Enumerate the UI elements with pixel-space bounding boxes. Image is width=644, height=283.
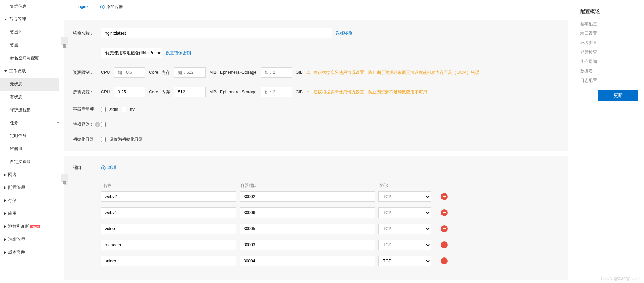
- port-number-input[interactable]: [240, 224, 375, 234]
- nav-daemonset[interactable]: 守护进程集: [0, 104, 59, 116]
- add-port-button[interactable]: 新增: [101, 165, 116, 171]
- nav-pod[interactable]: 容器组: [0, 142, 59, 155]
- nav-group-ops[interactable]: 运维管理: [0, 233, 59, 246]
- vtab-overview[interactable]: 更改详情: [61, 37, 68, 45]
- header-port: 容器端口: [238, 183, 376, 189]
- rp-item-volume[interactable]: 数据卷: [580, 68, 638, 74]
- help-icon[interactable]: ?: [95, 122, 100, 127]
- rp-item-health[interactable]: 健康检查: [580, 49, 638, 55]
- nav-stateful[interactable]: 有状态: [0, 91, 59, 104]
- eph-limit-input[interactable]: [261, 67, 292, 78]
- nav-stateless[interactable]: 无状态: [0, 78, 59, 91]
- nav-group-cost[interactable]: 成本套件: [0, 246, 59, 259]
- nav-group-workload[interactable]: 工作负载: [0, 65, 59, 78]
- mib-unit: MiB: [209, 90, 217, 94]
- svg-rect-6: [443, 261, 446, 261]
- tab-nginx[interactable]: nginx: [73, 1, 94, 13]
- nav-group-storage[interactable]: 存储: [0, 194, 59, 207]
- start-options-label: 容器启动项：: [73, 106, 101, 112]
- port-protocol-select[interactable]: TCP: [378, 240, 431, 250]
- image-input[interactable]: [101, 28, 332, 38]
- container-tabs: nginx 添加容器: [64, 0, 568, 14]
- init-container-checkbox[interactable]: [101, 137, 106, 142]
- sidebar: 集群信息 节点管理 节点池 节点 命名空间与配额 工作负载 无状态 有状态 守护…: [0, 0, 59, 283]
- init-container-label: 初始化容器：: [73, 136, 101, 142]
- remove-port-button[interactable]: [441, 257, 448, 264]
- remove-port-button[interactable]: [441, 241, 448, 248]
- remove-port-button[interactable]: [441, 225, 448, 232]
- tty-label: tty: [130, 107, 135, 112]
- tab-add-container[interactable]: 添加容器: [94, 0, 129, 13]
- set-image-secret-link[interactable]: 设置镜像密钥: [166, 50, 191, 56]
- plus-icon: [100, 5, 105, 9]
- port-name-input[interactable]: [101, 191, 236, 202]
- port-protocol-select[interactable]: TCP: [378, 191, 431, 202]
- plus-icon: [101, 165, 107, 171]
- remove-port-button[interactable]: [441, 193, 448, 200]
- tty-checkbox[interactable]: [122, 107, 126, 112]
- header-name: 名称: [101, 183, 238, 189]
- stdin-checkbox[interactable]: [101, 107, 106, 112]
- gib-unit: GiB: [296, 70, 303, 75]
- privileged-label: 特权容器： ?: [73, 121, 101, 127]
- gib-unit: GiB: [296, 90, 303, 94]
- nav-custom-res[interactable]: 自定义资源: [0, 155, 59, 168]
- rp-item-log[interactable]: 日志配置: [580, 78, 638, 84]
- pull-policy-select[interactable]: 优先使用本地镜像(IfNotPresent): [101, 48, 162, 58]
- warning-icon: ⚠: [306, 70, 310, 75]
- port-row: TCP: [101, 191, 560, 202]
- request-label: 所需资源：: [73, 89, 101, 95]
- port-protocol-select[interactable]: TCP: [378, 207, 431, 218]
- eph-label: Ephemeral-Storage: [220, 70, 256, 75]
- port-protocol-select[interactable]: TCP: [378, 224, 431, 234]
- mem-request-input[interactable]: [174, 87, 206, 97]
- port-name-input[interactable]: [101, 240, 236, 250]
- remove-port-button[interactable]: [441, 209, 448, 216]
- rp-item-lifecycle[interactable]: 生命周期: [580, 59, 638, 65]
- privileged-checkbox[interactable]: [101, 122, 106, 127]
- nav-namespace-quota[interactable]: 命名空间与配额: [0, 52, 59, 65]
- port-name-input[interactable]: [101, 224, 236, 234]
- port-number-input[interactable]: [240, 207, 375, 218]
- nav-label: 存储: [8, 198, 16, 204]
- nav-cluster-info[interactable]: 集群信息: [0, 0, 59, 13]
- cpu-label: CPU: [101, 90, 110, 94]
- cpu-limit-input[interactable]: [114, 67, 145, 78]
- nav-label: 巡检和诊断: [8, 224, 29, 229]
- port-row: TCP: [101, 240, 560, 250]
- select-image-link[interactable]: 选择镜像: [336, 30, 352, 36]
- nav-group-inspect[interactable]: 巡检和诊断NEW: [0, 220, 59, 233]
- nav-group-node-mgmt[interactable]: 节点管理: [0, 13, 59, 26]
- rp-item-env[interactable]: 环境变量: [580, 40, 638, 46]
- port-protocol-select[interactable]: TCP: [378, 256, 431, 266]
- port-number-input[interactable]: [240, 191, 375, 202]
- nav-node[interactable]: 节点: [0, 39, 59, 52]
- vtab-ports[interactable]: 端口设置: [61, 174, 68, 182]
- mib-unit: MiB: [209, 70, 217, 75]
- header-proto: 协议: [376, 183, 432, 189]
- nav-label: 配置管理: [8, 185, 25, 191]
- svg-rect-4: [443, 228, 446, 229]
- rp-item-basic[interactable]: 基本配置: [580, 21, 638, 27]
- port-name-input[interactable]: [101, 256, 236, 266]
- sidebar-collapse-icon[interactable]: ⇥: [55, 115, 59, 129]
- nav-group-config[interactable]: 配置管理: [0, 181, 59, 194]
- nav-group-app[interactable]: 应用: [0, 207, 59, 220]
- image-label: 镜像名称：: [73, 30, 101, 36]
- port-number-input[interactable]: [240, 256, 375, 266]
- update-button[interactable]: 更新: [598, 90, 638, 101]
- nav-node-pool[interactable]: 节点池: [0, 26, 59, 39]
- ports-table-header: 名称 容器端口 协议: [101, 180, 560, 191]
- port-number-input[interactable]: [240, 240, 375, 250]
- rp-item-port[interactable]: 端口设置: [580, 30, 638, 36]
- core-unit: Core: [149, 70, 158, 75]
- eph-request-input[interactable]: [261, 87, 292, 97]
- stdin-label: stdin: [109, 107, 118, 112]
- mem-limit-input[interactable]: [174, 67, 206, 78]
- cpu-request-input[interactable]: [114, 87, 145, 97]
- nav-group-network[interactable]: 网络: [0, 168, 59, 181]
- port-name-input[interactable]: [101, 207, 236, 218]
- nav-job[interactable]: 任务: [0, 116, 59, 129]
- cpu-label: CPU: [101, 70, 110, 75]
- nav-cronjob[interactable]: 定时任务: [0, 129, 59, 142]
